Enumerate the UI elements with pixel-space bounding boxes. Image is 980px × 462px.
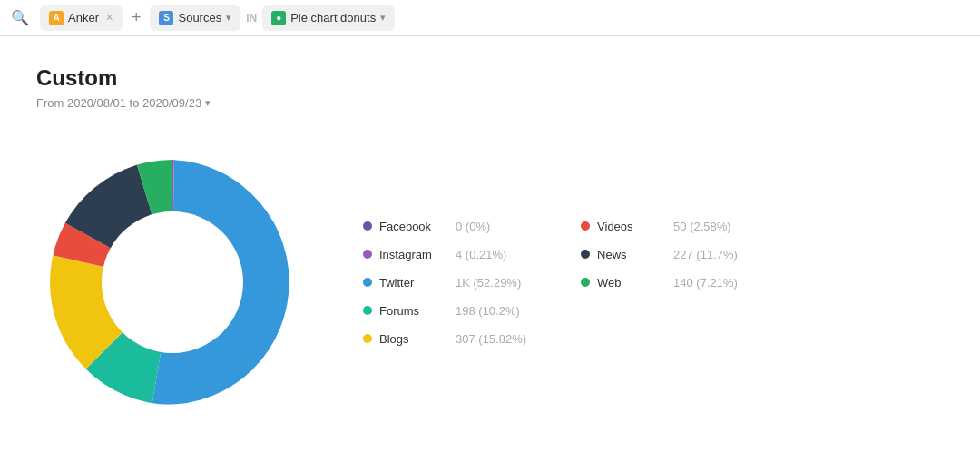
anker-tab-icon: A <box>49 11 64 25</box>
legend-item-forums: Forums198 (10.2%) <box>363 304 526 318</box>
legend-label-twitter: Twitter <box>379 276 443 290</box>
legend-item-blogs: Blogs307 (15.82%) <box>363 332 526 346</box>
anker-tab-label: Anker <box>68 11 99 25</box>
sources-tab-label: Sources <box>178 11 221 25</box>
legend-dot-web <box>581 278 590 287</box>
legend-item-instagram: Instagram4 (0.21%) <box>363 248 526 261</box>
pie-tab-label: Pie chart donuts <box>290 11 376 25</box>
chart-section: Facebook0 (0%)Instagram4 (0.21%)Twitter1… <box>36 146 944 418</box>
page-title: Custom <box>36 65 944 91</box>
legend-dot-twitter <box>363 278 372 287</box>
navbar: 🔍 A Anker ✕ + S Sources ▾ IN ● Pie chart… <box>0 0 980 36</box>
legend-value-facebook: 0 (0%) <box>456 220 490 233</box>
legend-value-web: 140 (7.21%) <box>673 276 738 290</box>
nav-separator: IN <box>246 12 257 25</box>
legend-item-news: News227 (11.7%) <box>581 248 744 261</box>
main-content: Custom From 2020/08/01 to 2020/09/23 ▾ <box>0 36 980 447</box>
legend-label-videos: Videos <box>597 220 661 233</box>
legend-dot-blogs <box>363 334 372 343</box>
legend-label-blogs: Blogs <box>379 332 443 346</box>
legend-label-web: Web <box>597 276 661 290</box>
legend-label-facebook: Facebook <box>379 220 443 233</box>
date-range[interactable]: From 2020/08/01 to 2020/09/23 ▾ <box>36 96 944 110</box>
sources-tab-icon: S <box>159 11 173 25</box>
pie-tab-icon: ● <box>271 11 286 25</box>
tab-pie-chart[interactable]: ● Pie chart donuts ▾ <box>262 5 395 31</box>
legend-label-news: News <box>597 248 661 261</box>
pie-tab-chevron: ▾ <box>380 12 386 24</box>
legend-item-twitter: Twitter1K (52.29%) <box>363 276 526 290</box>
date-range-text: From 2020/08/01 to 2020/09/23 <box>36 96 201 110</box>
legend-value-blogs: 307 (15.82%) <box>456 332 526 346</box>
chart-legend: Facebook0 (0%)Instagram4 (0.21%)Twitter1… <box>363 220 744 346</box>
legend-value-instagram: 4 (0.21%) <box>456 248 506 261</box>
legend-dot-instagram <box>363 250 372 259</box>
legend-item-videos: Videos50 (2.58%) <box>581 220 744 233</box>
legend-dot-news <box>581 250 590 259</box>
search-icon[interactable]: 🔍 <box>11 9 29 26</box>
legend-left-column: Facebook0 (0%)Instagram4 (0.21%)Twitter1… <box>363 220 526 346</box>
legend-value-videos: 50 (2.58%) <box>673 220 731 233</box>
add-tab-button[interactable]: + <box>128 8 145 27</box>
tab-anker[interactable]: A Anker ✕ <box>40 5 122 31</box>
legend-label-instagram: Instagram <box>379 248 443 261</box>
tab-sources[interactable]: S Sources ▾ <box>150 5 240 31</box>
legend-label-forums: Forums <box>379 304 443 318</box>
legend-value-forums: 198 (10.2%) <box>456 304 520 318</box>
date-range-chevron: ▾ <box>205 97 211 109</box>
legend-dot-forums <box>363 306 372 315</box>
sources-tab-chevron: ▾ <box>226 12 231 24</box>
legend-value-twitter: 1K (52.29%) <box>456 276 521 290</box>
anker-tab-close[interactable]: ✕ <box>105 12 113 24</box>
legend-value-news: 227 (11.7%) <box>673 248 738 261</box>
legend-dot-videos <box>581 221 590 231</box>
legend-item-facebook: Facebook0 (0%) <box>363 220 526 233</box>
legend-item-web: Web140 (7.21%) <box>581 276 744 290</box>
legend-dot-facebook <box>363 221 372 231</box>
donut-chart <box>36 146 309 418</box>
legend-right-column: Videos50 (2.58%)News227 (11.7%)Web140 (7… <box>581 220 744 290</box>
